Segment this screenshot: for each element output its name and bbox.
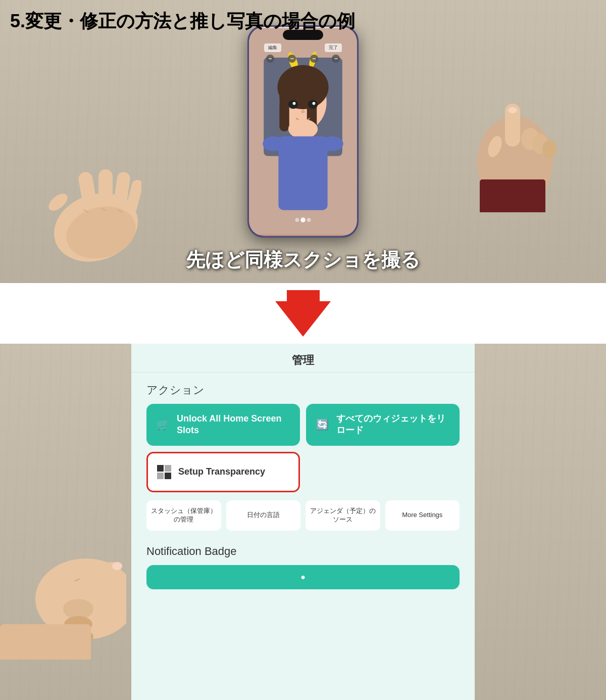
notification-section-label: Notification Badge [131, 541, 475, 565]
small-actions-grid: スタッシュ（保管庫）の管理 日付の言語 アジェンダ（予定）のソース More S… [131, 500, 475, 541]
app-phone-ui: 管理 アクション 🛒 Unlock All Home Screen Slots … [131, 344, 475, 700]
arrow-stem-top [287, 290, 320, 301]
svg-point-20 [300, 217, 306, 222]
top-section: 5.変更・修正の方法と推し写真の場合の例 DVCI [0, 0, 606, 283]
phone-mockup: DVCI [247, 25, 359, 238]
top-title: 5.変更・修正の方法と推し写真の場合の例 [10, 9, 355, 34]
svg-point-12 [293, 102, 296, 105]
left-hand-svg [30, 162, 141, 263]
svg-rect-7 [279, 87, 289, 131]
main-actions-grid: 🛒 Unlock All Home Screen Slots 🔄 すべてのウィジ… [131, 404, 475, 500]
app-header: 管理 [131, 344, 475, 372]
checkerboard-icon-svg [157, 465, 171, 479]
reload-btn-label: すべてのウィジェットをリロード [336, 413, 451, 437]
svg-point-46 [112, 562, 122, 570]
svg-rect-41 [165, 465, 171, 472]
phone-screen: DVCI [249, 27, 357, 236]
svg-rect-25 [98, 169, 113, 212]
svg-point-15 [288, 119, 318, 139]
svg-rect-43 [165, 473, 171, 479]
bottom-left-hand [0, 508, 126, 660]
agenda-btn[interactable]: アジェンダ（予定）のソース [306, 500, 380, 531]
left-hand [30, 162, 141, 263]
svg-rect-16 [278, 136, 327, 210]
svg-point-13 [312, 102, 315, 105]
edit-button[interactable]: 編集 [264, 43, 281, 52]
phone-frame: DVCI [247, 25, 359, 238]
unlock-btn[interactable]: 🛒 Unlock All Home Screen Slots [146, 404, 300, 446]
svg-rect-51 [0, 624, 91, 660]
notification-badge-btn[interactable]: ● [146, 565, 460, 589]
notification-btn-label: ● [300, 573, 306, 581]
svg-point-18 [322, 136, 343, 151]
arrow-head [275, 301, 331, 337]
right-hand [475, 101, 576, 212]
arrow-section [0, 283, 606, 344]
more-settings-btn[interactable]: More Settings [385, 500, 460, 531]
top-subtitle: 先ほど同様スクショを撮る [186, 247, 420, 273]
phone-toolbar: 編集 完了 [249, 42, 357, 53]
setup-transparency-btn[interactable]: Setup Transparency [146, 452, 300, 492]
svg-rect-38 [480, 179, 545, 212]
done-button[interactable]: 完了 [325, 43, 342, 52]
setup-transparency-label: Setup Transparency [178, 466, 265, 478]
actions-section-label: アクション [131, 372, 475, 404]
edit-badges: − − − − [249, 55, 357, 63]
svg-point-19 [295, 218, 299, 222]
stash-btn[interactable]: スタッシュ（保管庫）の管理 [146, 500, 221, 531]
svg-rect-42 [157, 473, 164, 479]
svg-point-17 [263, 136, 284, 151]
unlock-btn-label: Unlock All Home Screen Slots [177, 413, 292, 437]
svg-rect-40 [157, 465, 164, 472]
notification-row: ● [131, 565, 475, 589]
grid-icon [156, 464, 172, 480]
reload-btn[interactable]: 🔄 すべてのウィジェットをリロード [306, 404, 460, 446]
bottom-hand-svg [0, 508, 126, 660]
reload-icon: 🔄 [314, 416, 330, 433]
cart-icon: 🛒 [155, 416, 171, 433]
bottom-section: 管理 アクション 🛒 Unlock All Home Screen Slots … [0, 344, 606, 700]
svg-point-36 [542, 140, 557, 158]
svg-point-9 [278, 71, 327, 93]
svg-point-14 [301, 110, 305, 113]
svg-point-39 [508, 107, 517, 113]
svg-point-21 [307, 218, 311, 222]
down-arrow-container [275, 290, 331, 337]
date-lang-btn[interactable]: 日付の言語 [226, 500, 301, 531]
empty-slot [306, 452, 460, 492]
right-hand-svg [475, 101, 576, 212]
